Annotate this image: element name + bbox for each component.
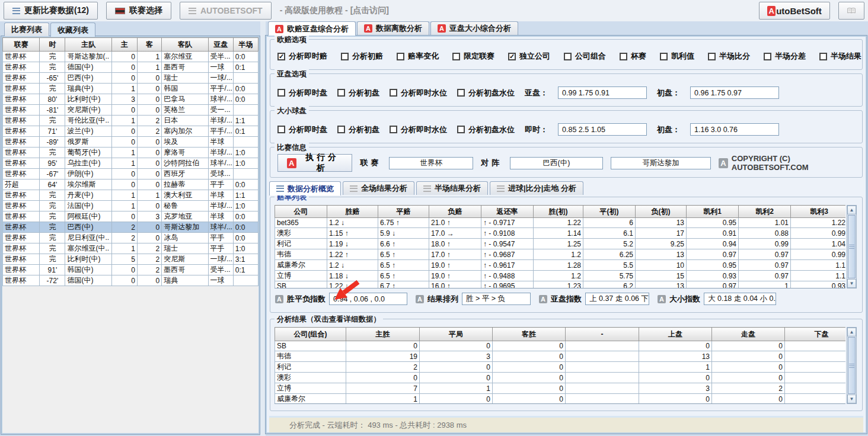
indicator-value[interactable]: 大 0.18 走 0.04 小 0.	[704, 293, 776, 305]
table-row[interactable]: 世界杯完尼日利亚(中..20冰岛平手0:0	[3, 233, 259, 243]
checkbox-company-combo[interactable]: 公司组合	[564, 51, 606, 62]
column-header[interactable]: 客队	[162, 38, 208, 52]
column-header[interactable]: 负赔	[429, 206, 481, 218]
column-header[interactable]: 胜(初)	[534, 206, 583, 218]
tab-goal-score-live[interactable]: 进球|比分|走地 分析	[490, 181, 583, 195]
column-header[interactable]: 负(初)	[636, 206, 687, 218]
checkbox-odds-change[interactable]: 赔率变化	[397, 51, 439, 62]
field-value[interactable]: 0.85 2.5 1.05	[558, 123, 647, 136]
column-header[interactable]: 客胜	[493, 328, 566, 341]
panel-splitter[interactable]	[260, 21, 266, 436]
checkbox-limit-league[interactable]: 限定联赛	[452, 51, 494, 62]
checkbox-analyze-initial-odds[interactable]: 分析初赔	[341, 51, 383, 62]
table-row[interactable]: 世界杯-89'俄罗斯00埃及半球	[3, 137, 259, 148]
table-row[interactable]: 威廉希尔1.2 ↓6.5 ↑19.0 ↑↑ - 0.96171.285.5100…	[275, 260, 846, 271]
column-header[interactable]: 亚盘	[208, 38, 233, 52]
table-row[interactable]: 澳彩000000	[275, 373, 846, 383]
table-row[interactable]: 世界杯完哥伦比亚(中..12日本半球/...1:1	[3, 116, 259, 126]
column-header[interactable]: 凯利2	[739, 206, 791, 218]
table-row[interactable]: 澳彩1.15 ↑5.9 ↓17.0 →↑ - 0.91081.146.1170.…	[275, 228, 846, 239]
scroll-down-button[interactable]: ▼	[847, 279, 856, 288]
table-row[interactable]: 韦德1.22 ↑6.5 ↑17.0 ↑↑ - 0.96871.26.25130.…	[275, 249, 846, 260]
table-row[interactable]: 世界杯完瑞典(中)10韩国平手/...0:0	[3, 84, 259, 94]
checkbox-cup-match[interactable]: 杯赛	[620, 51, 646, 62]
checkbox-ou-initial-water[interactable]: 分析初盘水位	[457, 124, 515, 135]
column-header[interactable]: 公司(组合)	[275, 328, 346, 341]
checkbox-ou-live-water[interactable]: 分析即时水位	[390, 124, 447, 135]
scroll-up-button[interactable]: ▲	[847, 328, 856, 336]
field-value[interactable]: 1.16 3.0 0.76	[690, 123, 779, 136]
scroll-up-button[interactable]: ▲	[847, 206, 856, 214]
column-header[interactable]: 平(初)	[583, 206, 636, 218]
manual-button[interactable]	[838, 2, 864, 20]
table-row[interactable]: 世界杯完丹麦(中)11澳大利亚半球1:1	[3, 190, 259, 201]
tab-asia-bigsmall-analysis[interactable]: A亚盘大小综合分析	[430, 21, 518, 35]
checkbox-asia-initial-handicap[interactable]: 分析初盘	[337, 88, 379, 98]
away-team-field[interactable]: 哥斯达黎加	[611, 157, 711, 169]
table-row[interactable]: 世界杯-72'德国(中)00瑞典一球	[3, 275, 259, 286]
update-matches-button[interactable]: 更新比赛数据(12)	[4, 2, 98, 20]
scrollbar-thumb[interactable]	[848, 337, 856, 394]
column-header[interactable]: 主胜	[346, 328, 420, 341]
column-header[interactable]: 凯利3	[791, 206, 846, 218]
table-row[interactable]: 世界杯80'比利时(中)30巴拿马球半/...0:0	[3, 94, 259, 105]
checkbox-kelly-value[interactable]: 凯利值	[660, 51, 694, 62]
column-header[interactable]: 时	[40, 38, 65, 52]
table-row[interactable]: 世界杯完葡萄牙(中)10摩洛哥半球/...1:0	[3, 148, 259, 158]
table-row[interactable]: 世界杯-67'伊朗(中)00西班牙受球...	[3, 169, 259, 179]
table-row[interactable]: SB000000	[275, 341, 846, 351]
table-row[interactable]: 世界杯-65'巴西(中)00瑞士一球/...	[3, 73, 259, 84]
tab-match-list[interactable]: 比赛列表	[4, 23, 49, 36]
odds-table-scrollbar[interactable]: ▲ ▼	[847, 205, 857, 288]
tutorial-link[interactable]: - 高级版使用教程 - [点击访问]	[280, 5, 389, 16]
table-row[interactable]: 世界杯完哥斯达黎加(..01塞尔维亚受半...0:0	[3, 52, 259, 62]
table-row[interactable]: 立博710323	[275, 383, 846, 394]
checkbox-half-diff[interactable]: 半场分差	[764, 51, 806, 62]
table-row[interactable]: 芬超64'埃尔维斯00拉赫蒂平手0:0	[3, 179, 259, 190]
column-header[interactable]: 走盘	[712, 328, 785, 341]
checkbox-half-result[interactable]: 半场结果	[819, 51, 861, 62]
checkbox-independent-company[interactable]: ✓独立公司	[508, 51, 550, 62]
column-header[interactable]: 客	[138, 38, 162, 52]
checkbox-asia-initial-water[interactable]: 分析初盘水位	[457, 88, 515, 98]
checkbox-analyze-live-odds[interactable]: ✓分析即时赔	[277, 51, 327, 62]
column-header[interactable]: 下盘	[785, 328, 846, 341]
tab-europe-asia-analysis[interactable]: A欧赔亚盘综合分析	[268, 21, 356, 36]
column-header[interactable]: 半场	[233, 38, 258, 52]
scroll-down-button[interactable]: ▼	[847, 395, 856, 403]
checkbox-ou-live-handicap[interactable]: 分析即时盘	[277, 124, 327, 135]
table-row[interactable]: 世界杯完塞尔维亚(中..12瑞士平手1:0	[3, 243, 259, 254]
table-row[interactable]: 世界杯完阿根廷(中)03克罗地亚半球0:0	[3, 211, 259, 222]
tab-data-dispersion-analysis[interactable]: A数据离散分析	[357, 21, 429, 35]
run-analysis-button[interactable]: A 执行分析	[277, 154, 352, 172]
indicator-value[interactable]: 胜 > 平 > 负	[462, 293, 531, 305]
column-header[interactable]: 凯利1	[687, 206, 739, 218]
tab-fulltime-result[interactable]: 全场结果分析	[343, 181, 414, 195]
column-header[interactable]: 胜赔	[327, 206, 378, 218]
table-row[interactable]: 世界杯95'乌拉圭(中)10沙特阿拉伯球半/...1:0	[3, 158, 259, 169]
table-row[interactable]: 威廉希尔100001	[275, 394, 846, 405]
tab-halftime-result[interactable]: 半场结果分析	[416, 181, 488, 195]
tab-data-overview[interactable]: 数据分析概览	[269, 181, 341, 195]
result-table-scrollbar[interactable]: ▲ ▼	[847, 327, 857, 404]
checkbox-half-score[interactable]: 半场比分	[708, 51, 750, 62]
autobetsoft-button[interactable]: AUTOBETSOFT	[180, 2, 272, 20]
field-value[interactable]: 0.96 1.75 0.97	[690, 86, 779, 99]
field-value[interactable]: 0.99 1.75 0.91	[558, 86, 647, 99]
checkbox-asia-live-water[interactable]: 分析即时水位	[390, 88, 447, 98]
column-header[interactable]: 公司	[275, 206, 327, 218]
tab-favorites-list[interactable]: 收藏列表	[50, 23, 95, 37]
column-header[interactable]: 主	[111, 38, 137, 52]
table-row[interactable]: 世界杯-81'突尼斯(中)00英格兰受一...	[3, 105, 259, 116]
column-header[interactable]: 平局	[420, 328, 493, 341]
table-row[interactable]: 世界杯完巴西(中)20哥斯达黎加球半/...0:0	[3, 222, 259, 233]
column-header[interactable]: 平赔	[378, 206, 429, 218]
table-row[interactable]: bet3651.2 ↓6.75 ↑21.0 ↑↑ - 0.97171.22613…	[275, 218, 846, 228]
column-header[interactable]: 联赛	[3, 38, 40, 52]
brand-button[interactable]: AutoBetSoft	[759, 2, 830, 20]
table-row[interactable]: 利记200101	[275, 362, 846, 373]
table-row[interactable]: 世界杯完德国(中)01墨西哥一球0:1	[3, 62, 259, 73]
table-row[interactable]: 世界杯71'波兰(中)02塞内加尔平手/...0:1	[3, 126, 259, 137]
column-header[interactable]: -	[566, 328, 639, 341]
column-header[interactable]: 主队	[65, 38, 111, 52]
